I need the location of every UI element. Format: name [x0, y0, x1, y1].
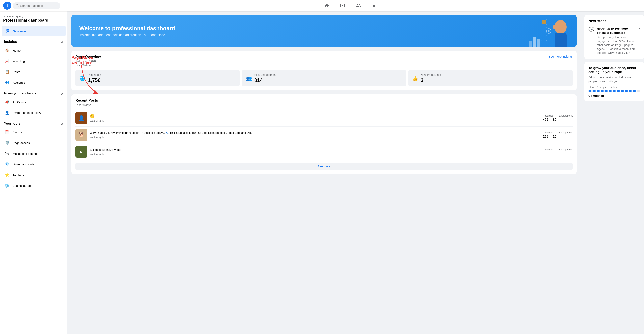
- progress-dots: [588, 90, 640, 92]
- nav-icons: [323, 1, 378, 9]
- sidebar-item-posts[interactable]: 📋 Posts: [2, 67, 66, 77]
- search-input[interactable]: [20, 4, 57, 7]
- post-3-stats: Post reach Engagement -- --: [543, 148, 572, 155]
- sidebar-item-home[interactable]: 🏠 Home: [2, 45, 66, 55]
- sidebar-item-audience[interactable]: 👥 Audience: [2, 77, 66, 88]
- reach-icon: 🌐: [80, 75, 85, 81]
- next-steps-title: Next steps: [588, 19, 640, 23]
- linked-accounts-label: Linked accounts: [13, 163, 34, 166]
- see-more-posts-button[interactable]: See more: [76, 163, 572, 170]
- step-title: Reach up to 605 more potential customers: [597, 26, 636, 35]
- completed-label: Completed: [588, 94, 640, 97]
- post-1-reach: 499: [543, 118, 548, 122]
- svg-point-7: [557, 20, 564, 28]
- post-3-reach: --: [543, 152, 545, 155]
- post-2-reach: 265: [543, 135, 548, 138]
- svg-rect-3: [541, 35, 547, 41]
- search-icon: [16, 4, 19, 7]
- sidebar-item-messaging[interactable]: 💬 Messaging settings: [2, 148, 66, 159]
- page-overview-title: Page Overview: [76, 55, 101, 59]
- progress-dot-4: [604, 90, 608, 92]
- sidebar-item-linked-accounts[interactable]: 💎 Linked accounts: [2, 159, 66, 169]
- welcome-text: Welcome to professional dashboard Insigh…: [80, 25, 175, 37]
- post-1-stat-values: 499 80: [543, 118, 572, 122]
- post-2-stats: Post reach Engagement 265 20: [543, 131, 572, 138]
- friends-nav-icon[interactable]: [354, 1, 362, 9]
- svg-rect-6: [555, 33, 566, 47]
- sidebar-item-overview[interactable]: Overview: [2, 26, 66, 36]
- progress-dot-1: [592, 90, 596, 92]
- tools-section-header: Your tools ∧: [2, 118, 66, 127]
- grow-toggle[interactable]: ∧: [61, 91, 63, 96]
- reach-value: 1,756: [88, 77, 101, 83]
- tools-toggle[interactable]: ∧: [61, 121, 63, 126]
- svg-rect-11: [533, 37, 536, 47]
- search-bar[interactable]: [13, 2, 60, 9]
- likes-label: New Page Likes: [421, 73, 441, 76]
- sidebar-item-top-fans[interactable]: ⭐ Top fans: [2, 170, 66, 180]
- likes-text: New Page Likes 3: [421, 73, 441, 83]
- pages-nav-icon[interactable]: [370, 1, 378, 9]
- engagement-label: Post Engagement: [254, 73, 276, 76]
- business-apps-icon: 🧊: [4, 182, 10, 189]
- reach-text: Post reach 1,756: [88, 73, 101, 83]
- ad-center-icon: 📣: [4, 99, 10, 105]
- svg-point-14: [548, 30, 550, 32]
- progress-dot-10: [629, 90, 632, 92]
- sidebar-item-page-access[interactable]: 🛡️ Page access: [2, 138, 66, 148]
- post-1-stats: Post reach Engagement 499 80: [543, 114, 572, 122]
- messaging-icon: 💬: [4, 150, 10, 157]
- reach-label: Post reach: [88, 73, 101, 76]
- top-fans-label: Top fans: [13, 173, 24, 177]
- page-access-icon: 🛡️: [4, 140, 10, 146]
- post-2-stats-headers: Post reach Engagement: [543, 131, 572, 134]
- grow-title: Grow your audience: [4, 91, 36, 95]
- banner-svg: [497, 15, 576, 47]
- sidebar-item-invite-friends[interactable]: 👤 Invite friends to follow: [2, 107, 66, 118]
- post-item: 👤 😊 Wed, Aug 17 Post reach Engagement 49…: [76, 110, 572, 127]
- post-2-title: We've had a V.I.P (very important pooch)…: [90, 131, 540, 135]
- recent-posts: Recent Posts Last 28 days 👤 😊 Wed, Aug 1…: [72, 94, 576, 174]
- sidebar-org-name: Spaghetti Agency: [3, 15, 64, 18]
- grow-section-header: Grow your audience ∧: [2, 88, 66, 96]
- welcome-title: Welcome to professional dashboard: [80, 25, 175, 31]
- svg-rect-2: [541, 27, 547, 33]
- overview-meta: Followers: 3,028: [76, 60, 101, 63]
- progress-dot-5: [609, 90, 612, 92]
- steps-progress-label: 12 of 13 steps completed: [588, 86, 640, 89]
- invite-friends-icon: 👤: [4, 109, 10, 116]
- stats-grid: 🌐 Post reach 1,756 👥 Post Engagement 814: [76, 70, 572, 86]
- top-fans-icon: ⭐: [4, 172, 10, 178]
- recent-posts-title: Recent Posts: [76, 98, 572, 102]
- insights-toggle[interactable]: ∧: [61, 40, 63, 44]
- main-layout: Spaghetti Agency Professional dashboard …: [0, 11, 644, 334]
- sidebar-item-business-apps[interactable]: 🧊 Business Apps: [2, 180, 66, 191]
- svg-rect-9: [553, 25, 556, 29]
- post-2-stat-values: 265 20: [543, 135, 572, 138]
- progress-dot-3: [600, 90, 604, 92]
- home-nav-icon[interactable]: [323, 1, 331, 9]
- overview-icon: [4, 28, 10, 34]
- progress-dot-12: [637, 90, 640, 92]
- post-3-engagement: --: [550, 152, 552, 155]
- stat-card-likes: 👍 New Page Likes 3: [408, 70, 572, 86]
- finish-setup-title: To grow your audience, finish setting up…: [588, 66, 640, 74]
- post-thumb-1: 👤: [76, 112, 87, 124]
- see-more-insights-link[interactable]: See more insights: [549, 55, 572, 58]
- progress-dot-0: [588, 90, 592, 92]
- step-description: Your post is getting more engagement tha…: [597, 35, 636, 55]
- progress-dot-9: [625, 90, 628, 92]
- posts-icon: 📋: [4, 69, 10, 75]
- post-2-date: Wed, Aug 17: [90, 136, 540, 139]
- invite-friends-label: Invite friends to follow: [13, 111, 41, 114]
- post-1-info: 😊 Wed, Aug 17: [90, 114, 540, 122]
- sidebar-item-ad-center[interactable]: 📣 Ad Center: [2, 97, 66, 107]
- video-nav-icon[interactable]: [339, 1, 346, 9]
- sidebar-item-events[interactable]: 📅 Events: [2, 127, 66, 137]
- step-chevron[interactable]: ›: [639, 26, 640, 30]
- ad-center-label: Ad Center: [13, 100, 26, 104]
- overview-period: Last 28 days: [76, 64, 101, 67]
- sidebar-item-your-page[interactable]: 📈 Your Page: [2, 56, 66, 66]
- overview-header-left: Page Overview Followers: 3,028 Last 28 d…: [76, 55, 101, 67]
- sidebar-page-title: Professional dashboard: [3, 18, 64, 23]
